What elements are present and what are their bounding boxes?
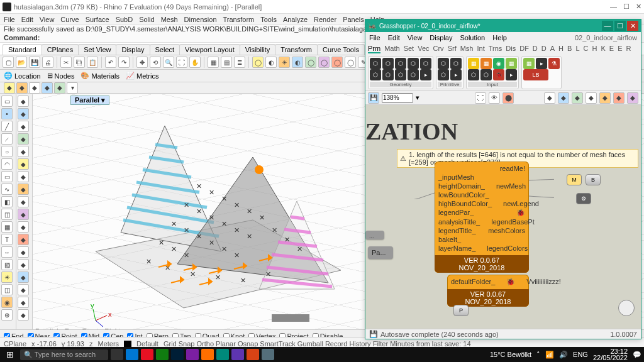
- gh-ribtab-math[interactable]: Math: [384, 45, 399, 53]
- copy-icon[interactable]: ⿻: [74, 57, 85, 68]
- gh-btn-i1[interactable]: ▦: [468, 58, 479, 69]
- lt2-12-icon[interactable]: ◆: [18, 234, 29, 245]
- gh-btn-e1[interactable]: ▦: [523, 58, 535, 69]
- gh-ribtab-msh[interactable]: Msh: [460, 45, 474, 53]
- tray-lang[interactable]: ENG: [573, 351, 588, 358]
- menu-view[interactable]: View: [40, 16, 55, 23]
- light-tool-icon[interactable]: ☀: [1, 272, 13, 283]
- gh-btn-g9[interactable]: ⬡: [408, 69, 419, 80]
- gh-btn-i6[interactable]: ⬡: [480, 69, 492, 80]
- gh-close-button[interactable]: ✕: [627, 21, 638, 31]
- gh-ribtab-vec[interactable]: Vec: [418, 45, 429, 53]
- paste-icon[interactable]: 📋: [87, 57, 98, 68]
- gh-btn-p3[interactable]: ⬡: [438, 69, 449, 80]
- menu-dimension[interactable]: Dimension: [184, 16, 217, 23]
- menu-solid[interactable]: Solid: [139, 16, 154, 23]
- tab-curvetools[interactable]: Curve Tools: [317, 44, 365, 55]
- gh-btn-e3[interactable]: ⚗: [548, 58, 560, 69]
- gh-btn-g4[interactable]: ⬡: [408, 58, 419, 69]
- gh-menu-solution[interactable]: Solution: [460, 34, 485, 41]
- block-tool-icon[interactable]: ◫: [1, 284, 13, 295]
- tab-display[interactable]: Display: [116, 44, 150, 55]
- tray-wifi-icon[interactable]: 📶: [545, 351, 554, 359]
- mesh-tool-icon[interactable]: ▦: [1, 221, 13, 233]
- menu-analyze[interactable]: Analyze: [283, 16, 308, 23]
- gh-z4-icon[interactable]: ◆: [586, 92, 597, 104]
- sm2-icon[interactable]: ◆: [16, 82, 28, 94]
- rotate-icon[interactable]: ⟲: [150, 57, 161, 68]
- line-tool-icon[interactable]: ╱: [1, 121, 13, 132]
- lt2-14-icon[interactable]: ◆: [18, 259, 29, 270]
- gh-zoomfit-icon[interactable]: ⛶: [475, 92, 486, 104]
- gh-menu-help[interactable]: Help: [492, 34, 507, 41]
- circle-tool-icon[interactable]: ○: [1, 146, 13, 157]
- explorer-icon[interactable]: [126, 349, 138, 360]
- ps-icon[interactable]: [171, 349, 184, 360]
- gh-z5-icon[interactable]: ◆: [599, 92, 611, 104]
- curve-tool-icon[interactable]: ∿: [1, 184, 13, 195]
- menu-mesh[interactable]: Mesh: [161, 16, 178, 23]
- gh-btn-g3[interactable]: ⬡: [395, 58, 406, 69]
- gh-component-recolor[interactable]: readMe! _inputMesh heightDomain_newMesh …: [435, 162, 529, 273]
- gh-btn-p2[interactable]: ⬡: [450, 58, 462, 69]
- tab-visibility[interactable]: Visibility: [240, 44, 276, 55]
- arctic-icon[interactable]: ◯: [345, 57, 356, 68]
- lt2-17-icon[interactable]: ◆: [18, 297, 29, 308]
- tray-notif-icon[interactable]: 💬: [633, 351, 641, 359]
- gh-btn-p4[interactable]: ▸: [450, 69, 462, 80]
- gh-output-b[interactable]: B: [586, 174, 601, 185]
- gh-save-icon[interactable]: 💾: [368, 92, 379, 104]
- app3-icon[interactable]: [186, 349, 199, 360]
- app1-icon[interactable]: [141, 349, 153, 360]
- lt2-7-icon[interactable]: ◆: [18, 171, 29, 182]
- gh-menu-file[interactable]: File: [369, 34, 380, 41]
- boolean-icon[interactable]: ⊕: [1, 309, 13, 321]
- weather-widget[interactable]: 15°C Bewölkt: [490, 351, 531, 358]
- gh-btn-g5[interactable]: ⬡: [420, 58, 431, 69]
- taskbar-search[interactable]: 🔍 Type here to search: [20, 349, 108, 360]
- gh-ribtab-df[interactable]: DF: [519, 45, 529, 53]
- gh-btn-i7[interactable]: 🐞: [493, 69, 504, 80]
- grid-icon[interactable]: ▦: [208, 57, 219, 68]
- gh-panel-small[interactable]: ...: [365, 231, 384, 239]
- gh-min-button[interactable]: —: [602, 21, 613, 31]
- tab-viewportlayout[interactable]: Viewport Layout: [179, 44, 240, 55]
- open-icon[interactable]: 📂: [16, 57, 27, 68]
- gh-canvas[interactable]: ZATION ⚠ 1. length of the results [=646]…: [365, 105, 641, 329]
- save-icon[interactable]: 💾: [29, 57, 40, 68]
- gh-btn-e4[interactable]: LB: [523, 69, 548, 80]
- tray-clock[interactable]: 23:1222/05/2022: [593, 348, 628, 361]
- gh-btn-i5[interactable]: ⬡: [468, 69, 479, 80]
- gh-ribtab-21[interactable]: E: [618, 45, 622, 53]
- print-icon[interactable]: 🖨: [42, 57, 53, 68]
- select-tool-icon[interactable]: ▭: [1, 96, 13, 107]
- gh-ribtab-22[interactable]: R: [626, 45, 631, 53]
- gh-btn-g1[interactable]: ⬡: [370, 58, 381, 69]
- app8-icon[interactable]: [262, 349, 274, 360]
- gh-zoom-input[interactable]: [382, 93, 413, 103]
- solid-tool-icon[interactable]: ◫: [1, 209, 13, 220]
- lt2-4-icon[interactable]: ◆: [18, 133, 29, 145]
- tab-select[interactable]: Select: [150, 44, 180, 55]
- gh-z3-icon[interactable]: ◆: [572, 92, 583, 104]
- lt2-8-icon[interactable]: ◆: [18, 184, 29, 195]
- tab-cplanes[interactable]: CPlanes: [42, 44, 79, 55]
- lt2-10-icon[interactable]: ◆: [18, 209, 29, 220]
- metrics-filter[interactable]: 📈 Metrics: [126, 72, 158, 80]
- gh-disable-icon[interactable]: ⬤: [502, 92, 514, 104]
- gh-component-ladybug[interactable]: defaultFolder_🐞Vviiiiiiiiizzz! VER 0.0.6…: [447, 275, 529, 307]
- maximize-button[interactable]: ☐: [623, 3, 630, 11]
- menu-file[interactable]: File: [4, 16, 15, 23]
- gh-ribtab-17[interactable]: C: [584, 45, 589, 53]
- gh-btn-i4[interactable]: ▦: [506, 58, 517, 69]
- menu-tools[interactable]: Tools: [260, 16, 277, 23]
- gh-max-button[interactable]: ☐: [614, 21, 626, 31]
- gh-ribtab-int[interactable]: Int: [477, 45, 484, 53]
- gh-ribtab-dis[interactable]: Dis: [506, 45, 516, 53]
- app5-icon[interactable]: [216, 349, 229, 360]
- new-icon[interactable]: ▢: [3, 57, 14, 68]
- status-rest[interactable]: Grid Snap Ortho Planar Osnap SmartTrack …: [164, 340, 640, 348]
- point-tool-icon[interactable]: •: [1, 108, 13, 119]
- app4-icon[interactable]: [201, 349, 214, 360]
- lt2-16-icon[interactable]: ◆: [18, 284, 29, 295]
